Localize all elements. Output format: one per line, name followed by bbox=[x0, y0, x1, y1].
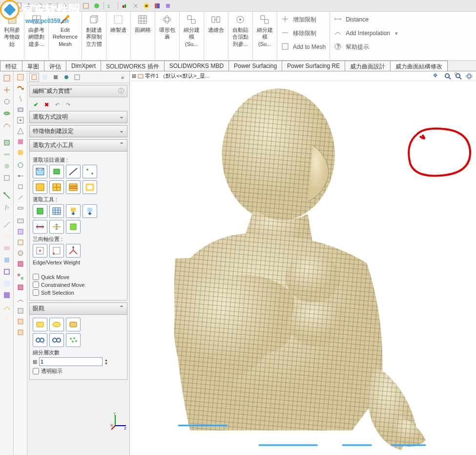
qat-icon-9[interactable]: Σ bbox=[107, 2, 115, 10]
filter-vertex[interactable] bbox=[83, 165, 97, 178]
lt1-tool-18[interactable] bbox=[2, 290, 12, 300]
lt2-tool-3[interactable] bbox=[17, 106, 24, 114]
lt2-tool-23[interactable] bbox=[17, 328, 24, 337]
soft-selection-checkbox[interactable]: Soft Selection bbox=[33, 289, 124, 296]
filter-grid[interactable] bbox=[49, 180, 64, 194]
lt2-tool-5[interactable] bbox=[17, 127, 24, 136]
viewport-feature-tree-root[interactable]: ⊞ 零件1 （默认<<默认>_显... bbox=[132, 72, 209, 80]
qat-icon-7[interactable] bbox=[82, 2, 90, 10]
lt2-tool-10[interactable] bbox=[17, 183, 24, 192]
lt1-tool-9[interactable] bbox=[2, 173, 12, 183]
app-glasses2[interactable] bbox=[49, 333, 64, 347]
panel-tab-2[interactable] bbox=[40, 73, 50, 82]
qat-icon-12[interactable] bbox=[143, 2, 150, 10]
lt2-tool-7[interactable] bbox=[17, 149, 24, 157]
ok-button[interactable]: ✔ bbox=[31, 100, 40, 109]
tool-box[interactable] bbox=[33, 204, 47, 218]
lt2-tool-22[interactable] bbox=[17, 318, 24, 326]
sublevel-input[interactable] bbox=[39, 357, 103, 366]
tab-dimxpert[interactable]: DimXpert bbox=[66, 61, 101, 71]
lt2-tool-21[interactable] bbox=[17, 307, 24, 316]
tool-tri-horiz[interactable] bbox=[33, 220, 47, 234]
view-move-icon[interactable]: ✥ bbox=[433, 72, 442, 81]
tab-evaluate[interactable]: 评估 bbox=[44, 61, 66, 71]
app-solid-gold[interactable] bbox=[66, 318, 81, 331]
tool-arrowdown2[interactable] bbox=[83, 204, 97, 218]
panel-tab-feature-tree[interactable] bbox=[29, 73, 39, 82]
distance-button[interactable]: Distance bbox=[334, 14, 398, 25]
lt2-tool-12[interactable] bbox=[17, 204, 24, 213]
viewport[interactable]: ⊞ 零件1 （默认<<默认>_显... ✥ bbox=[130, 71, 476, 455]
lt2-tool-17[interactable] bbox=[17, 260, 24, 269]
panel-tab-more[interactable]: » bbox=[118, 73, 127, 82]
lt1-tool-11[interactable]: ƒx bbox=[2, 202, 12, 212]
qat-icon-13[interactable] bbox=[153, 2, 161, 10]
lt1-tool-4[interactable] bbox=[2, 108, 12, 118]
section-select-tools-header[interactable]: 選取方式小工具⌃ bbox=[29, 139, 127, 152]
lt2-tool-15[interactable] bbox=[17, 238, 24, 247]
lt2-tool-8[interactable] bbox=[17, 161, 24, 170]
app-glasses1[interactable] bbox=[33, 333, 47, 347]
tab-features[interactable]: 特征 bbox=[0, 61, 22, 71]
app-solid-yellow[interactable] bbox=[33, 318, 47, 331]
lt1-tool-17[interactable] bbox=[2, 279, 12, 288]
triad-center[interactable] bbox=[33, 244, 47, 258]
ribbon-group-7[interactable]: 細分建模(Su... bbox=[180, 12, 204, 60]
app-dots[interactable] bbox=[66, 333, 81, 347]
ribbon-group-3[interactable]: 創建邊界限制立方體 bbox=[82, 12, 106, 60]
lt1-tool-19[interactable] bbox=[2, 302, 12, 312]
tab-power-surfacing[interactable]: Power Surfacing bbox=[228, 61, 282, 71]
lt1-tool-12[interactable] bbox=[2, 220, 12, 230]
triad-corner[interactable] bbox=[49, 244, 64, 258]
section-feature-create-header[interactable]: 特徵物創建設定⌄ bbox=[29, 125, 127, 137]
panel-tab-4[interactable] bbox=[62, 73, 71, 82]
quick-move-checkbox[interactable]: Quick Move bbox=[33, 274, 124, 280]
view-rotate-icon[interactable] bbox=[465, 72, 474, 81]
tab-power-surfacing-re[interactable]: Power Surfacing RE bbox=[282, 61, 345, 71]
help-hint-button[interactable]: ?幫助提示 bbox=[334, 41, 398, 53]
lt2-tool-11[interactable] bbox=[17, 194, 24, 202]
lt1-tool-14[interactable] bbox=[2, 243, 12, 253]
add-constraint-button[interactable]: 增加限制 bbox=[281, 14, 326, 25]
section-appearance-header[interactable]: 眼觀⌃ bbox=[29, 303, 127, 315]
tab-power-surface-design[interactable]: 威力曲面設計 bbox=[345, 61, 391, 71]
view-zoom-icon[interactable] bbox=[444, 72, 453, 81]
lt1-tool-3[interactable] bbox=[2, 97, 12, 107]
lt1-tool-20[interactable] bbox=[2, 314, 12, 324]
sublevel-up[interactable]: ▲ bbox=[104, 358, 108, 362]
sublevel-down[interactable]: ▼ bbox=[104, 362, 108, 365]
lt2-tool-4[interactable] bbox=[17, 116, 24, 125]
filter-solid[interactable] bbox=[49, 165, 64, 178]
lt1-tool-5[interactable] bbox=[2, 120, 12, 130]
qat-icon-10[interactable] bbox=[121, 2, 129, 10]
panel-tab-5[interactable] bbox=[72, 73, 82, 82]
qat-icon-11[interactable] bbox=[132, 2, 140, 10]
app-ellipse-yellow[interactable] bbox=[49, 318, 64, 331]
lt2-tool-14[interactable] bbox=[17, 228, 24, 237]
lt1-tool-6[interactable] bbox=[2, 138, 12, 148]
qat-icon-8[interactable] bbox=[93, 2, 101, 10]
lt2-tool-9[interactable] bbox=[17, 172, 24, 181]
lt2-tool-13[interactable] bbox=[17, 217, 24, 226]
transparent-checkbox[interactable]: 透明顯示 bbox=[33, 368, 124, 375]
lt1-tool-13[interactable] bbox=[2, 232, 12, 241]
add-to-mesh-button[interactable]: Add to Mesh bbox=[281, 41, 326, 53]
redo-button[interactable]: ↷ bbox=[63, 100, 72, 109]
tool-tri-vert[interactable] bbox=[49, 220, 64, 234]
lt2-tool-18[interactable] bbox=[17, 273, 24, 282]
undo-button[interactable]: ↶ bbox=[53, 100, 62, 109]
lt2-tool-16[interactable] bbox=[17, 249, 24, 258]
lt1-tool-15[interactable] bbox=[2, 255, 12, 265]
lt2-tool-6[interactable] bbox=[17, 138, 24, 147]
ribbon-group-5[interactable]: 面網格 bbox=[131, 12, 155, 60]
tab-sw-addins[interactable]: SOLIDWORKS 插件 bbox=[101, 61, 165, 71]
tab-sketch[interactable]: 草图 bbox=[22, 61, 44, 71]
lt2-tool-1[interactable] bbox=[17, 84, 24, 93]
lt2-tool-20[interactable] bbox=[17, 296, 24, 305]
tab-power-surface-modify[interactable]: 威力曲面結構修改 bbox=[390, 61, 448, 71]
filter-edge[interactable] bbox=[66, 165, 81, 178]
lt1-tool-2[interactable] bbox=[2, 85, 12, 95]
section-select-method-desc-header[interactable]: 選取方式說明⌄ bbox=[29, 111, 127, 123]
tool-arrowdown[interactable] bbox=[66, 204, 81, 218]
lt1-tool-8[interactable] bbox=[2, 161, 12, 171]
